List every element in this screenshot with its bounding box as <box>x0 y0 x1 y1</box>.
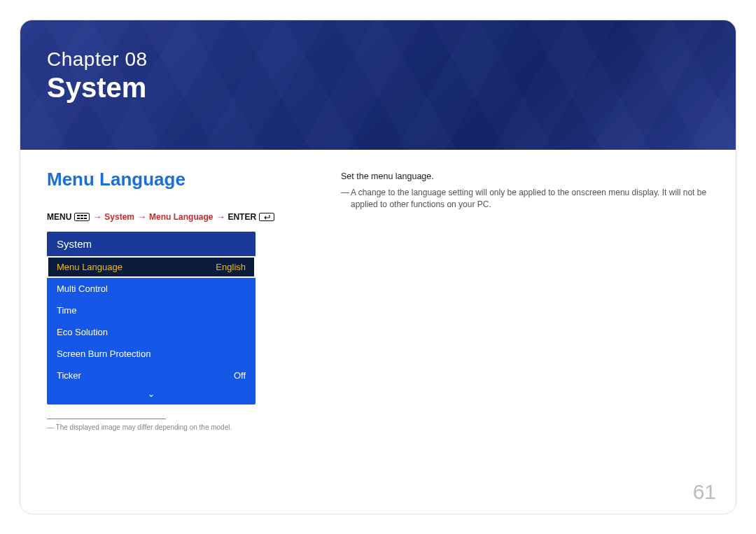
osd-item-label: Menu Language <box>57 262 122 272</box>
menu-button-icon <box>74 213 90 221</box>
footnote-text: ― The displayed image may differ dependi… <box>47 423 709 431</box>
nav-enter-label: ENTER <box>227 212 256 222</box>
banner-text: Chapter 08 System <box>47 48 148 104</box>
svg-rect-2 <box>84 215 87 216</box>
chapter-label: Chapter 08 <box>47 48 148 71</box>
page-number: 61 <box>693 480 716 504</box>
osd-item-time[interactable]: Time <box>47 300 255 321</box>
osd-item-label: Ticker <box>57 370 81 381</box>
description-column: Set the menu language. A change to the l… <box>341 171 709 211</box>
description-main: Set the menu language. <box>341 171 709 181</box>
page-frame: Chapter 08 System Menu Language MENU → S… <box>20 20 736 514</box>
svg-rect-5 <box>84 218 87 219</box>
osd-item-ticker[interactable]: Ticker Off <box>47 365 255 386</box>
osd-item-label: Time <box>57 305 76 316</box>
osd-item-screen-burn-protection[interactable]: Screen Burn Protection <box>47 343 255 365</box>
osd-item-menu-language[interactable]: Menu Language English <box>47 256 255 278</box>
osd-item-eco-solution[interactable]: Eco Solution <box>47 321 255 343</box>
osd-item-label: Multi Control <box>57 283 108 294</box>
nav-system: System <box>104 212 134 222</box>
nav-path: MENU → System → Menu Language → ENTER <box>47 211 709 222</box>
nav-menu-label: MENU <box>47 212 71 222</box>
osd-item-value: English <box>216 262 246 272</box>
osd-panel: System Menu Language English Multi Contr… <box>47 232 255 405</box>
chevron-down-icon: ⌄ <box>148 389 155 399</box>
description-note: A change to the language setting will on… <box>341 187 709 211</box>
arrow-icon: → <box>92 211 102 222</box>
chapter-title: System <box>47 72 148 104</box>
chapter-banner: Chapter 08 System <box>20 20 736 150</box>
osd-title: System <box>47 232 255 256</box>
osd-item-label: Eco Solution <box>57 327 108 337</box>
svg-rect-1 <box>80 215 83 216</box>
content-area: Menu Language MENU → System → Menu Langu… <box>47 169 709 514</box>
arrow-icon: → <box>137 211 146 222</box>
nav-menu-language: Menu Language <box>149 212 213 222</box>
svg-rect-3 <box>77 218 80 219</box>
footnote-divider <box>47 419 166 419</box>
osd-scroll-down[interactable]: ⌄ <box>47 386 255 405</box>
svg-rect-4 <box>80 218 83 219</box>
enter-button-icon <box>259 213 274 221</box>
osd-item-value: Off <box>234 370 246 381</box>
osd-item-multi-control[interactable]: Multi Control <box>47 278 255 300</box>
svg-rect-0 <box>77 215 80 216</box>
arrow-icon: → <box>216 211 225 222</box>
osd-item-label: Screen Burn Protection <box>57 349 150 359</box>
